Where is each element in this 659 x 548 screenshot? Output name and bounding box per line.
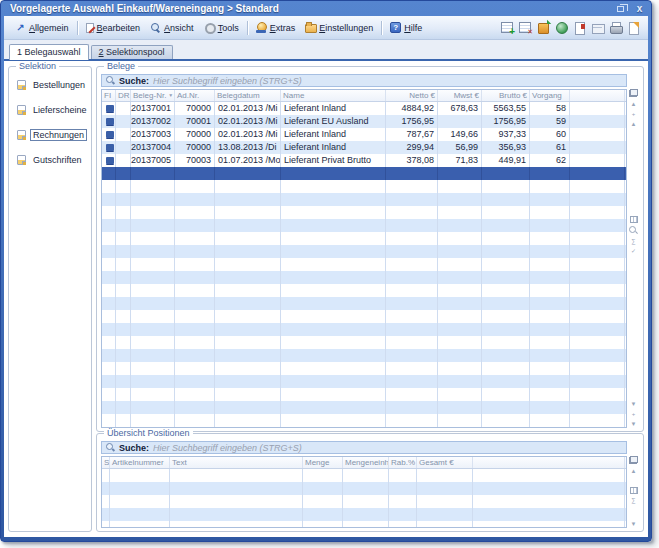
titlebar[interactable]: Vorgelagerte Auswahl Einkauf/Wareneingan… — [1, 1, 651, 16]
column-header-gesamt[interactable]: Gesamt € — [417, 457, 473, 468]
belege-search-input[interactable] — [153, 75, 622, 86]
cell-netto: 787,67 — [386, 128, 438, 141]
scroll-first-icon[interactable]: ▲ — [631, 101, 637, 108]
belege-side-toolbar: ▲+▲∑✓▼+▼ — [627, 89, 640, 428]
empty-column — [438, 180, 482, 427]
column-header-s[interactable]: S — [102, 457, 110, 468]
table-remove-icon[interactable] — [519, 21, 532, 34]
column-header-brutto[interactable]: Brutto € — [482, 90, 530, 101]
cell-mwst: 678,63 — [438, 102, 482, 115]
scroll-last-icon[interactable]: ▼ — [631, 421, 637, 428]
tab-belegauswahl[interactable]: 1 Belegauswahl — [9, 44, 89, 60]
column-header-beleg_nr[interactable]: Beleg-Nr. — [131, 90, 175, 101]
menu-einstellungen[interactable]: Einstellungen — [300, 19, 378, 37]
search-icon — [106, 443, 115, 452]
sum-icon[interactable]: ∑ — [631, 238, 635, 245]
column-header-name[interactable]: Name — [281, 90, 386, 101]
cell-netto: 1756,95 — [386, 115, 438, 128]
menu-bearbeiten[interactable]: Bearbeiten — [81, 19, 146, 37]
menu-hilfe[interactable]: Hilfe — [385, 19, 427, 37]
cell-empty — [386, 167, 438, 180]
cell-vorgang: 58 — [530, 102, 570, 115]
column-header-text[interactable]: Text — [170, 457, 303, 468]
scroll-up-icon[interactable]: ▲ — [631, 468, 637, 475]
sidebar-item-rechnungen[interactable]: Rechnungen — [17, 129, 91, 141]
table-add-icon[interactable] — [501, 21, 514, 34]
empty-column — [110, 469, 170, 527]
selected-empty-row[interactable] — [102, 167, 626, 180]
empty-column — [170, 469, 303, 527]
positionen-search-input[interactable] — [153, 442, 622, 453]
column-header-mengeneinheit[interactable]: Mengeneinheit — [343, 457, 389, 468]
cell-empty — [131, 167, 175, 180]
column-header-mwst[interactable]: Mwst € — [438, 90, 482, 101]
doc-export-icon[interactable] — [573, 21, 586, 34]
filter-icon[interactable]: ✓ — [631, 248, 636, 255]
belege-row[interactable]: 201370057000301.07.2013 /MoLieferant Pri… — [102, 154, 626, 167]
menu-allgemein[interactable]: Allgemein — [10, 19, 74, 37]
cell-empty — [438, 167, 482, 180]
restore-window-button[interactable] — [614, 3, 627, 14]
mail-icon[interactable] — [591, 21, 604, 34]
sidebar-item-lieferscheine[interactable]: Lieferscheine — [17, 104, 91, 116]
cell-belegdatum: 13.08.2013 /Di — [215, 141, 281, 154]
titlebar-buttons: x — [614, 3, 646, 14]
belege-row[interactable]: 201370047000013.08.2013 /DiLieferant Inl… — [102, 141, 626, 154]
column-header-fi[interactable]: FI — [102, 90, 116, 101]
insert-row-icon[interactable]: + — [632, 111, 636, 118]
cell-dr — [116, 115, 131, 128]
column-header-belegdatum[interactable]: Belegdatum — [215, 90, 281, 101]
positionen-group: Übersicht Positionen Suche: SArtikelnumm… — [96, 433, 644, 532]
column-header-menge[interactable]: Menge — [303, 457, 343, 468]
append-row-icon[interactable]: + — [632, 411, 636, 418]
column-chooser-icon[interactable] — [629, 456, 638, 464]
menu-extras[interactable]: Extras — [251, 19, 301, 37]
grid-header-row: FIDRBeleg-Nr.Ad.Nr.BelegdatumNameNetto €… — [102, 90, 626, 102]
column-header-netto[interactable]: Netto € — [386, 90, 438, 101]
cell-beleg_nr: 20137004 — [131, 141, 175, 154]
sidebar-item-bestellungen[interactable]: Bestellungen — [17, 79, 91, 91]
column-header-artikelnummer[interactable]: Artikelnummer — [110, 457, 170, 468]
tab-selektionspool[interactable]: 2 Selektionspool — [91, 45, 173, 59]
grid-header-row: SArtikelnummerTextMengeMengeneinheitRab.… — [102, 457, 626, 469]
menu-ansicht[interactable]: Ansicht — [145, 19, 199, 37]
tabstrip: 1 Belegauswahl2 Selektionspool — [4, 40, 648, 59]
column-chooser-icon[interactable] — [629, 89, 638, 97]
menu-label: Bearbeiten — [97, 23, 141, 33]
scroll-down-icon[interactable]: ▼ — [631, 521, 637, 528]
scroll-down-icon[interactable]: ▼ — [631, 401, 637, 408]
cell-brutto: 356,93 — [482, 141, 530, 154]
globe-icon[interactable] — [555, 21, 568, 34]
column-header-vorgang[interactable]: Vorgang — [530, 90, 570, 101]
column-header-dr[interactable]: DR — [116, 90, 131, 101]
cell-ad_nr: 70003 — [175, 154, 215, 167]
printer-icon[interactable] — [609, 21, 622, 34]
sum-icon[interactable]: ∑ — [631, 497, 635, 504]
new-doc-icon[interactable] — [627, 21, 640, 34]
sidebar-item-gutschriften[interactable]: Gutschriften — [17, 154, 91, 166]
zoom-icon[interactable] — [629, 226, 638, 235]
column-header-ad_nr[interactable]: Ad.Nr. — [175, 90, 215, 101]
positionen-search-bar[interactable]: Suche: — [101, 441, 627, 454]
archive-box-icon[interactable] — [537, 21, 550, 34]
menu-tools[interactable]: Tools — [199, 19, 244, 37]
cell-vorgang: 61 — [530, 141, 570, 154]
edit-page-icon — [86, 23, 94, 33]
scroll-up-icon[interactable]: ▲ — [631, 121, 637, 128]
empty-column — [417, 469, 473, 527]
card-view-icon[interactable] — [630, 487, 638, 494]
positionen-group-label: Übersicht Positionen — [104, 429, 193, 438]
cell-dr — [116, 141, 131, 154]
close-window-button[interactable]: x — [633, 3, 646, 14]
column-header-rab[interactable]: Rab.% — [389, 457, 417, 468]
belege-row[interactable]: 201370017000002.01.2013 /MiLieferant Inl… — [102, 102, 626, 115]
selektion-items: BestellungenLieferscheineRechnungenGutsc… — [9, 79, 91, 166]
belege-row[interactable]: 201370037000002.01.2013 /MiLieferant Inl… — [102, 128, 626, 141]
column-header-filler[interactable] — [570, 90, 625, 101]
search-label: Suche: — [119, 75, 149, 87]
belege-search-bar[interactable]: Suche: — [101, 74, 627, 87]
column-header-filler[interactable] — [473, 457, 625, 468]
cell-filler — [570, 128, 625, 141]
belege-row[interactable]: 201370027000102.01.2013 /MiLieferant EU … — [102, 115, 626, 128]
card-view-icon[interactable] — [630, 216, 638, 223]
